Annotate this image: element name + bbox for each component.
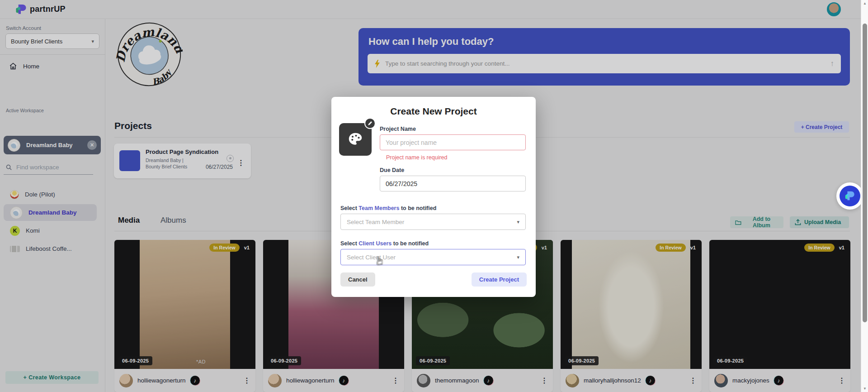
project-name-input[interactable] xyxy=(380,134,526,150)
cancel-button[interactable]: Cancel xyxy=(340,272,375,287)
chevron-down-icon: ▾ xyxy=(517,219,519,225)
project-name-label: Project Name xyxy=(380,126,416,132)
create-project-modal: Create New Project Project Name Project … xyxy=(331,97,536,297)
team-select-placeholder: Select Team Member xyxy=(347,219,404,225)
create-project-submit-button[interactable]: Create Project xyxy=(472,272,527,287)
partnrup-fab-icon xyxy=(844,191,855,201)
project-name-error: Project name is required xyxy=(386,154,447,161)
scrollbar: ▲ ▼ xyxy=(861,0,868,392)
due-date-label: Due Date xyxy=(380,167,404,173)
scroll-up-arrow-icon[interactable]: ▲ xyxy=(861,1,868,5)
chat-widget-container xyxy=(836,182,863,210)
chat-widget-button[interactable] xyxy=(840,186,860,206)
pencil-icon xyxy=(368,121,373,126)
palette-icon xyxy=(347,131,363,148)
team-member-select[interactable]: Select Team Member ▾ xyxy=(340,214,526,230)
mouse-cursor: ☞ xyxy=(373,256,386,266)
client-users-link[interactable]: Client Users xyxy=(359,240,392,247)
edit-image-button[interactable] xyxy=(364,118,376,129)
team-members-label: Select Team Members to be notified xyxy=(340,205,436,211)
chevron-down-icon: ▾ xyxy=(517,254,519,260)
team-members-link[interactable]: Team Members xyxy=(359,205,399,211)
scrollbar-thumb[interactable] xyxy=(863,24,867,322)
client-users-label: Select Client Users to be notified xyxy=(340,240,429,247)
client-select-placeholder: Select Client User xyxy=(347,254,396,261)
client-user-select[interactable]: Select Client User ▾ xyxy=(340,249,526,265)
modal-title: Create New Project xyxy=(331,106,536,117)
scroll-down-arrow-icon[interactable]: ▼ xyxy=(861,387,868,391)
app-root: partnrUP Switch Account Bounty Brief Cli… xyxy=(0,0,868,392)
due-date-input[interactable] xyxy=(380,176,526,191)
